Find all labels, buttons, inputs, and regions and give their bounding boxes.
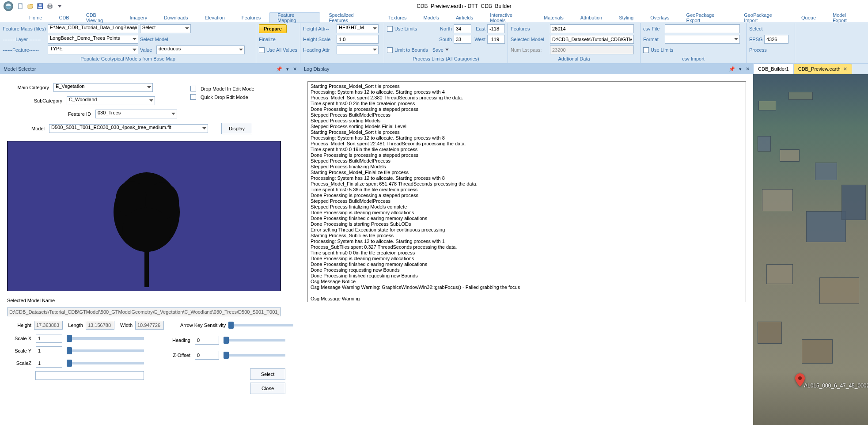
west-input[interactable] (487, 35, 505, 44)
drop-edit-check[interactable] (190, 86, 196, 91)
ribbon-tab-cdb[interactable]: CDB (50, 12, 77, 23)
window-icon[interactable]: ▾ (286, 66, 289, 72)
ribbon-tab-specialized-features[interactable]: Specialized Features (320, 12, 380, 23)
ribbon-tab-models[interactable]: Models (415, 12, 447, 23)
finalize-button[interactable]: Finalize (259, 37, 276, 42)
use-limits-label: Use Limits (394, 26, 417, 31)
ribbon-tab-airfields[interactable]: Airfields (447, 12, 481, 23)
layer-select[interactable]: LongBeach_Demo_Trees Points (48, 35, 138, 44)
display-button[interactable]: Display (221, 123, 252, 134)
feature-select[interactable]: TYPE (48, 46, 138, 54)
ribbon-tab-home[interactable]: Home (21, 12, 50, 23)
ribbon-tab-model-export[interactable]: Model Export (824, 12, 868, 23)
scalex-input[interactable] (36, 334, 62, 343)
ribbon-tab-imagery[interactable]: Imagery (121, 12, 155, 23)
ms-select-button[interactable]: Select (250, 368, 285, 380)
ribbon-tab-cdb-viewing[interactable]: CDB Viewing (78, 12, 121, 23)
z-offset-slider[interactable] (224, 354, 285, 357)
format-label: Format (643, 37, 663, 42)
ribbon-tab-textures[interactable]: Textures (380, 12, 415, 23)
scalex-slider[interactable] (67, 337, 144, 340)
ribbon-tab-interactive-models[interactable]: Interactive Models (481, 12, 535, 23)
ribbon-tab-features[interactable]: Features (233, 12, 269, 23)
north-input[interactable] (454, 24, 471, 33)
ribbon-tabs: HomeCDBCDB ViewingImageryDownloadsElevat… (0, 12, 868, 23)
height-scale-input[interactable] (337, 35, 379, 44)
subcategory-select[interactable]: C_Woodland (67, 96, 155, 105)
select-model-label[interactable]: Select Model (140, 37, 168, 42)
height-attr-select[interactable]: HEIGHT_M (337, 24, 379, 33)
features-input[interactable] (550, 24, 634, 33)
ribbon-tab-feature-mapping[interactable]: Feature Mapping (269, 12, 320, 23)
model-select[interactable]: D500_S001_T001_EC030_030_4poak_tree_medi… (49, 124, 208, 133)
print-icon[interactable] (46, 2, 54, 10)
scaley-slider[interactable] (67, 349, 144, 352)
ribbon-tab-elevation[interactable]: Elevation (197, 12, 233, 23)
csv-file-input[interactable] (665, 24, 740, 33)
save-dropdown[interactable]: Save (432, 47, 443, 53)
svg-point-13 (798, 376, 802, 380)
ribbon-tab-attribution[interactable]: Attribution (572, 12, 611, 23)
viewer-tab[interactable]: CDB_Builder1 (753, 64, 794, 74)
process-button[interactable]: Process (749, 47, 767, 53)
viewer-tab[interactable]: CDB_Preview.earth✕ (793, 64, 852, 74)
z-offset-input[interactable] (195, 351, 219, 360)
scalez-slider[interactable] (67, 362, 144, 364)
selected-model-label: Selected Model (511, 37, 548, 42)
main-category-label: Main Category (7, 85, 49, 90)
selected-model-input[interactable] (550, 35, 634, 44)
map-pin-label: AL015_000_6_47_45_00028 (804, 383, 868, 389)
ribbon-tab-queue[interactable]: Queue (793, 12, 824, 23)
csv-use-limits-check[interactable] (643, 47, 649, 53)
qat-dropdown-icon[interactable] (56, 2, 64, 10)
close-icon[interactable]: ✕ (293, 66, 297, 72)
ribbon-tab-geopackage-import[interactable]: GeoPackage Import (735, 12, 793, 23)
pin-icon[interactable]: 📌 (729, 66, 735, 72)
main-category-select[interactable]: E_Vegetation (53, 83, 153, 92)
use-limits-check[interactable] (387, 26, 393, 32)
prepare-button[interactable]: Prepare (259, 24, 287, 33)
length-input (86, 321, 114, 330)
heading-slider[interactable] (224, 339, 285, 342)
ribbon-tab-geopackage-export[interactable]: GeoPackage Export (678, 12, 736, 23)
3d-viewport[interactable]: AL015_000_6_47_45_00028 (753, 74, 868, 425)
app-menu-orb[interactable] (4, 1, 13, 11)
epsg-input[interactable] (764, 35, 788, 44)
new-file-icon[interactable] (17, 2, 25, 10)
use-all-values-label: Use All Values (266, 47, 297, 53)
scaley-input[interactable] (36, 346, 62, 355)
ribbon-tab-materials[interactable]: Materials (535, 12, 572, 23)
select-dropdown[interactable]: Select (140, 24, 191, 33)
limit-bounds-check[interactable] (387, 47, 393, 53)
close-icon[interactable]: ✕ (746, 66, 750, 72)
ribbon-tab-styling[interactable]: Styling (610, 12, 642, 23)
select-button[interactable]: Select (749, 26, 763, 31)
feature-maps-select[interactable]: F:\New_CDB_Tutorial_Data_LongBeach (48, 24, 138, 33)
heading-input[interactable] (195, 336, 219, 345)
ribbon-tab-downloads[interactable]: Downloads (155, 12, 196, 23)
arrow-key-slider[interactable] (228, 324, 293, 326)
east-input[interactable] (487, 24, 505, 33)
value-select[interactable]: deciduous (156, 46, 245, 54)
log-textarea[interactable] (307, 81, 746, 302)
quick-drop-check[interactable] (190, 94, 196, 100)
scalez-input[interactable] (36, 359, 62, 368)
pin-icon[interactable]: 📌 (276, 66, 282, 72)
window-icon[interactable]: ▾ (739, 66, 742, 72)
use-all-values-check[interactable] (259, 47, 265, 53)
format-select[interactable] (665, 35, 740, 44)
save-file-icon[interactable] (36, 2, 44, 10)
map-pin-icon[interactable] (795, 373, 805, 387)
feature-id-select[interactable]: 030_Trees (95, 110, 177, 118)
south-input[interactable] (454, 35, 471, 44)
log-display-head: Log Display 📌 ▾ ✕ (300, 64, 753, 74)
value-label: Value (140, 47, 155, 53)
scaley-label: Scale Y (7, 348, 31, 353)
heading-attr-select[interactable] (337, 46, 379, 54)
blank-input[interactable] (35, 371, 144, 380)
open-file-icon[interactable] (27, 2, 34, 10)
chevron-down-icon[interactable] (445, 49, 449, 51)
ms-close-button[interactable]: Close (250, 383, 285, 394)
close-icon[interactable]: ✕ (843, 66, 847, 72)
ribbon-tab-overlays[interactable]: Overlays (642, 12, 678, 23)
